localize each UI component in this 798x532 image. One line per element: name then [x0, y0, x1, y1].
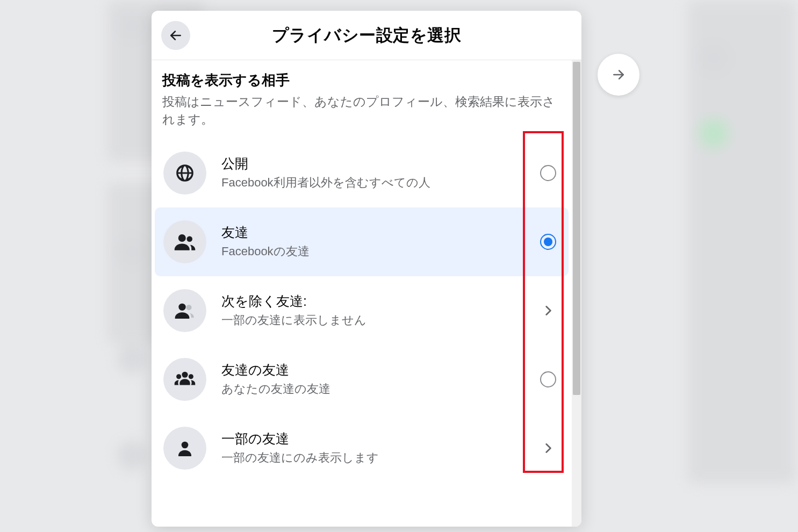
scrollbar-thumb[interactable]: [573, 62, 580, 395]
svg-point-5: [178, 303, 185, 310]
svg-point-6: [182, 371, 188, 377]
arrow-right-icon: [612, 68, 626, 82]
option-specific-friends[interactable]: 一部の友達 一部の友達にのみ表示します: [152, 414, 572, 483]
arrow-left-icon: [169, 28, 183, 42]
option-friends-except[interactable]: 次を除く友達: 一部の友達に表示しません: [152, 276, 572, 345]
person-icon: [163, 427, 206, 470]
privacy-selector-modal: プライバシー設定を選択 投稿を表示する相手 投稿はニュースフィード、あなたのプロ…: [152, 11, 581, 527]
globe-icon: [163, 152, 206, 195]
svg-point-9: [182, 441, 189, 448]
option-label: 一部の友達: [221, 430, 536, 448]
modal-body: 投稿を表示する相手 投稿はニュースフィード、あなたのプロフィール、検索結果に表示…: [152, 60, 581, 527]
friends-of-friends-icon: [163, 358, 206, 401]
option-description: Facebook利用者以外を含むすべての人: [221, 175, 536, 191]
option-public[interactable]: 公開 Facebook利用者以外を含むすべての人: [152, 139, 572, 207]
svg-point-2: [178, 234, 186, 242]
section-title: 投稿を表示する相手: [152, 71, 572, 93]
option-label: 友達の友達: [221, 361, 536, 379]
chevron-right-icon: [541, 304, 555, 318]
radio-friends-of-friends[interactable]: [540, 371, 556, 387]
svg-point-8: [189, 374, 193, 379]
scrollbar-track[interactable]: [572, 60, 581, 527]
option-description: 一部の友達にのみ表示します: [221, 450, 536, 466]
option-label: 次を除く友達:: [221, 292, 536, 310]
option-description: 一部の友達に表示しません: [221, 312, 536, 328]
back-button[interactable]: [161, 21, 190, 50]
option-friends[interactable]: 友達 Facebookの友達: [155, 207, 569, 276]
svg-point-7: [176, 374, 181, 379]
radio-friends[interactable]: [540, 234, 556, 250]
section-description: 投稿はニュースフィード、あなたのプロフィール、検索結果に表示されます。: [152, 93, 572, 139]
friends-except-icon: [163, 289, 206, 332]
friends-icon: [163, 220, 206, 263]
svg-point-3: [187, 236, 193, 242]
options-scroll-area[interactable]: 投稿を表示する相手 投稿はニュースフィード、あなたのプロフィール、検索結果に表示…: [152, 60, 572, 527]
option-label: 友達: [221, 224, 536, 241]
option-description: あなたの友達の友達: [221, 381, 536, 397]
svg-point-4: [186, 305, 192, 310]
modal-header: プライバシー設定を選択: [152, 11, 581, 60]
modal-title: プライバシー設定を選択: [272, 24, 462, 47]
option-friends-of-friends[interactable]: 友達の友達 あなたの友達の友達: [152, 345, 572, 414]
option-label: 公開: [221, 155, 536, 172]
option-description: Facebookの友達: [221, 243, 536, 260]
chevron-right-icon: [541, 441, 555, 455]
radio-public[interactable]: [540, 165, 556, 181]
next-story-button[interactable]: [598, 54, 639, 96]
